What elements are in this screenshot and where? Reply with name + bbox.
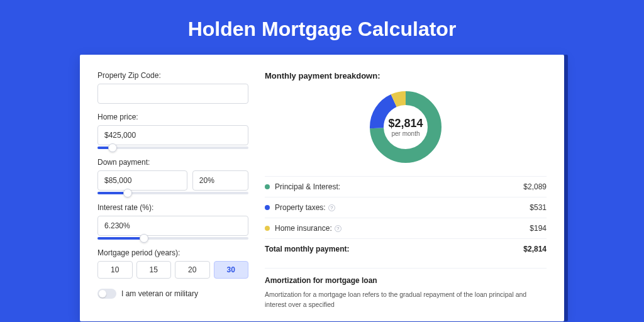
period-options: 10152030 <box>97 261 248 279</box>
veteran-label: I am veteran or military <box>121 289 198 298</box>
legend-row: Home insurance:?$194 <box>265 218 547 239</box>
total-label: Total monthly payment: <box>265 245 523 253</box>
legend-total: Total monthly payment:$2,814 <box>265 239 547 259</box>
price-slider[interactable] <box>97 147 248 149</box>
down-slider[interactable] <box>97 192 248 194</box>
rate-label: Interest rate (%): <box>97 203 248 212</box>
period-10[interactable]: 10 <box>97 261 133 279</box>
total-value: $2,814 <box>523 245 547 253</box>
legend-value: $2,089 <box>523 182 547 191</box>
zip-label: Property Zip Code: <box>97 71 248 80</box>
legend-row: Principal & Interest:$2,089 <box>265 177 547 197</box>
breakdown-panel: Monthly payment breakdown: $2,814 per mo… <box>265 71 547 310</box>
down-percent-input[interactable] <box>192 170 248 191</box>
period-30[interactable]: 30 <box>214 261 249 279</box>
legend-label: Principal & Interest: <box>275 182 523 191</box>
breakdown-title: Monthly payment breakdown: <box>265 71 547 80</box>
legend-label: Home insurance:? <box>275 224 530 233</box>
down-label: Down payment: <box>97 158 248 167</box>
info-icon[interactable]: ? <box>328 204 335 211</box>
price-input[interactable] <box>97 125 248 145</box>
rate-slider[interactable] <box>97 237 248 240</box>
veteran-row: I am veteran or military <box>97 289 248 299</box>
period-field: Mortgage period (years): 10152030 <box>97 248 248 279</box>
calculator-card: Property Zip Code: Home price: Down paym… <box>80 55 564 321</box>
down-field: Down payment: <box>97 158 248 194</box>
legend-dot <box>265 205 270 210</box>
zip-field: Property Zip Code: <box>97 71 248 104</box>
donut-sub: per month <box>391 130 419 137</box>
amort-title: Amortization for mortgage loan <box>265 276 547 285</box>
legend-dot <box>265 184 270 189</box>
legend-value: $194 <box>530 224 547 233</box>
amortization-section: Amortization for mortgage loan Amortizat… <box>265 268 547 310</box>
breakdown-legend: Principal & Interest:$2,089Property taxe… <box>265 176 547 259</box>
price-label: Home price: <box>97 113 248 121</box>
down-amount-input[interactable] <box>97 170 187 191</box>
legend-dot <box>265 226 270 231</box>
rate-input[interactable] <box>97 216 248 236</box>
inputs-panel: Property Zip Code: Home price: Down paym… <box>97 71 248 310</box>
legend-value: $531 <box>530 203 547 212</box>
legend-label: Property taxes:? <box>275 203 530 212</box>
amort-text: Amortization for a mortgage loan refers … <box>265 290 547 310</box>
price-field: Home price: <box>97 113 248 149</box>
donut-amount: $2,814 <box>388 117 423 130</box>
rate-field: Interest rate (%): <box>97 203 248 240</box>
page-title: Holden Mortgage Calculator <box>0 0 644 55</box>
period-label: Mortgage period (years): <box>97 248 248 257</box>
donut-chart: $2,814 per month <box>265 89 547 165</box>
veteran-toggle[interactable] <box>97 289 116 299</box>
legend-row: Property taxes:?$531 <box>265 197 547 218</box>
info-icon[interactable]: ? <box>335 225 341 232</box>
zip-input[interactable] <box>97 84 248 104</box>
period-15[interactable]: 15 <box>136 261 172 279</box>
period-20[interactable]: 20 <box>175 261 210 279</box>
